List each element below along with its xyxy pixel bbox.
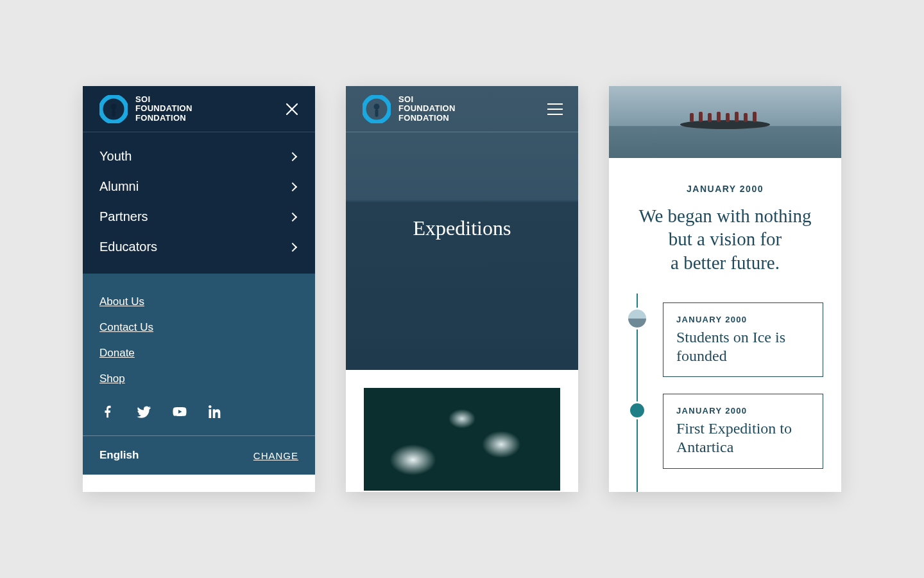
language-current: English (99, 449, 139, 462)
linkedin-icon[interactable] (207, 403, 224, 420)
timeline-dot-icon (628, 401, 646, 419)
timeline-headline: We began with nothing but a vision for a… (627, 204, 823, 274)
link-donate[interactable]: Donate (99, 340, 298, 366)
header: SOI FOUNDATION FONDATION (346, 86, 578, 132)
svg-rect-13 (744, 113, 748, 122)
link-contact[interactable]: Contact Us (99, 315, 298, 340)
svg-point-1 (111, 103, 117, 109)
close-icon[interactable] (283, 100, 301, 118)
timeline-dot-icon (626, 308, 648, 329)
logo-icon (363, 95, 391, 123)
content-image (364, 388, 560, 491)
header: SOI FOUNDATION FONDATION (83, 86, 315, 132)
chevron-right-icon (288, 182, 297, 191)
mobile-hero-screen: SOI FOUNDATION FONDATION Expeditions (346, 86, 578, 492)
logo-icon (99, 95, 128, 123)
link-about[interactable]: About Us (99, 289, 298, 315)
nav-label: Youth (99, 149, 132, 164)
timeline-card: JANUARY 2000 Students on Ice is founded (663, 302, 823, 378)
timeline-item-title: Students on Ice is founded (676, 328, 810, 365)
timeline-item[interactable]: JANUARY 2000 Students on Ice is founded (663, 302, 823, 378)
timeline-item-date: JANUARY 2000 (676, 315, 810, 324)
logo-text: SOI FOUNDATION FONDATION (398, 95, 456, 123)
svg-point-4 (374, 103, 380, 109)
svg-rect-10 (717, 112, 721, 122)
social-links (99, 392, 298, 423)
svg-rect-7 (690, 113, 694, 122)
svg-rect-2 (112, 109, 116, 117)
twitter-icon[interactable] (135, 403, 152, 420)
youtube-icon[interactable] (171, 403, 188, 420)
brand-logo[interactable]: SOI FOUNDATION FONDATION (363, 95, 456, 123)
nav-label: Alumni (99, 179, 139, 194)
nav-label: Partners (99, 209, 148, 224)
nav-label: Educators (99, 240, 157, 254)
hero-below (346, 370, 578, 492)
timeline-item-date: JANUARY 2000 (676, 406, 810, 416)
mobile-menu-screen: SOI FOUNDATION FONDATION Youth Alumni Pa… (83, 86, 315, 492)
svg-rect-8 (699, 112, 703, 122)
primary-nav: Youth Alumni Partners Educators (83, 132, 315, 274)
timeline-card: JANUARY 2000 First Expedition to Antarti… (663, 394, 823, 469)
brand-logo[interactable]: SOI FOUNDATION FONDATION (99, 95, 193, 123)
secondary-nav: About Us Contact Us Donate Shop (83, 274, 315, 435)
language-change-button[interactable]: CHANGE (253, 450, 298, 461)
svg-rect-12 (735, 112, 739, 122)
timeline-item[interactable]: JANUARY 2000 First Expedition to Antarti… (663, 394, 823, 469)
hero-title: Expeditions (413, 216, 511, 240)
nav-item-youth[interactable]: Youth (83, 141, 315, 171)
chevron-right-icon (288, 212, 297, 221)
chevron-right-icon (288, 152, 297, 161)
hamburger-icon[interactable] (546, 100, 564, 118)
nav-item-educators[interactable]: Educators (83, 232, 315, 262)
hero: SOI FOUNDATION FONDATION Expeditions (346, 86, 578, 370)
svg-rect-5 (375, 109, 379, 117)
mobile-timeline-screen: JANUARY 2000 We began with nothing but a… (609, 86, 841, 492)
svg-point-6 (680, 120, 770, 129)
svg-rect-11 (726, 113, 730, 122)
timeline: JANUARY 2000 Students on Ice is founded … (627, 302, 823, 469)
facebook-icon[interactable] (99, 403, 116, 420)
svg-rect-14 (753, 112, 757, 122)
timeline-body: JANUARY 2000 We began with nothing but a… (609, 158, 841, 469)
timeline-item-title: First Expedition to Antartica (676, 419, 810, 457)
logo-text: SOI FOUNDATION FONDATION (135, 95, 193, 123)
link-shop[interactable]: Shop (99, 366, 298, 392)
chevron-right-icon (288, 242, 297, 251)
nav-item-partners[interactable]: Partners (83, 202, 315, 232)
timeline-hero-image (609, 86, 841, 158)
timeline-eyebrow: JANUARY 2000 (627, 184, 823, 194)
nav-item-alumni[interactable]: Alumni (83, 171, 315, 202)
language-switcher: English CHANGE (83, 435, 315, 475)
svg-rect-9 (708, 113, 712, 122)
